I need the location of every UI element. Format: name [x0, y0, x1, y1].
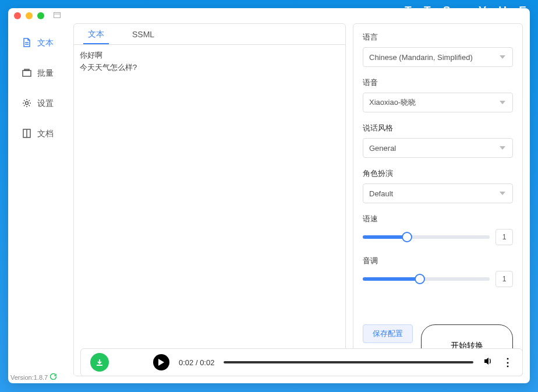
app-window: 文本 批量 设置 文档 文本 SSML	[8, 8, 530, 383]
label-speed: 语速	[363, 214, 513, 224]
sidebar-item-label: 批量	[37, 68, 54, 79]
field-speed: 语速 1	[363, 214, 513, 245]
main-content: 文本 批量 设置 文档 文本 SSML	[8, 23, 530, 383]
label-role: 角色扮演	[363, 168, 513, 179]
sidebar-item-label: 文本	[37, 38, 54, 48]
svg-marker-7	[158, 359, 164, 366]
label-style: 说话风格	[363, 123, 513, 133]
select-role[interactable]: Default	[363, 183, 513, 203]
refresh-icon[interactable]	[50, 373, 56, 381]
gear-icon	[22, 98, 31, 110]
field-role: 角色扮演 Default	[363, 168, 513, 203]
tab-text[interactable]: 文本	[74, 24, 118, 44]
slider-pitch-value: 1	[495, 271, 513, 287]
slider-speed-fill	[363, 235, 407, 239]
tabs: 文本 SSML	[74, 24, 345, 45]
document-icon	[22, 38, 31, 49]
field-voice: 语音 Xiaoxiao-晓晓	[363, 77, 513, 112]
titlebar	[8, 8, 530, 23]
sidebar-item-batch[interactable]: 批量	[8, 62, 73, 85]
sidebar-item-text[interactable]: 文本	[8, 31, 73, 55]
settings-panel: 语言 Chinese (Mandarin, Simplified) 语音 Xia…	[353, 23, 523, 376]
select-style[interactable]: General	[363, 138, 513, 158]
folder-icon	[22, 68, 31, 79]
version-text: Version:1.8.7	[10, 374, 48, 381]
more-icon[interactable]: ⋮	[502, 356, 513, 369]
sidebar: 文本 批量 设置 文档	[8, 23, 73, 376]
slider-pitch-row: 1	[363, 271, 513, 287]
close-button[interactable]	[14, 12, 21, 19]
audio-time: 0:02 / 0:02	[179, 358, 214, 367]
field-pitch: 音调 1	[363, 256, 513, 287]
center-right: 文本 SSML 语言 Chinese (Mandarin, Simplified…	[73, 23, 523, 376]
maximize-button[interactable]	[37, 12, 44, 19]
svg-rect-3	[24, 69, 29, 70]
svg-point-4	[26, 101, 29, 104]
volume-icon[interactable]	[483, 356, 493, 369]
version-label: Version:1.8.7	[10, 373, 56, 381]
slider-speed[interactable]	[363, 235, 490, 239]
select-language[interactable]: Chinese (Mandarin, Simplified)	[363, 47, 513, 67]
tab-ssml[interactable]: SSML	[118, 24, 168, 44]
field-style: 说话风格 General	[363, 123, 513, 158]
sidebar-item-docs[interactable]: 文档	[8, 122, 73, 146]
slider-pitch-fill	[363, 277, 420, 281]
slider-speed-row: 1	[363, 229, 513, 245]
sidebar-item-label: 设置	[37, 98, 54, 109]
play-button[interactable]	[153, 354, 169, 370]
sidebar-item-label: 文档	[37, 129, 54, 139]
slider-pitch-thumb[interactable]	[415, 274, 425, 284]
slider-speed-value: 1	[495, 229, 513, 245]
label-voice: 语音	[363, 77, 513, 88]
label-pitch: 音调	[363, 256, 513, 266]
slider-pitch[interactable]	[363, 277, 490, 281]
select-voice[interactable]: Xiaoxiao-晓晓	[363, 93, 513, 112]
save-config-button[interactable]: 保存配置	[363, 324, 413, 343]
audio-player: 0:02 / 0:02 ⋮	[80, 348, 523, 376]
download-button[interactable]	[90, 353, 109, 372]
audio-progress[interactable]	[224, 361, 473, 363]
svg-rect-0	[54, 13, 61, 18]
window-icon	[54, 12, 61, 19]
text-input[interactable]	[74, 45, 345, 376]
label-language: 语言	[363, 32, 513, 43]
book-icon	[22, 129, 31, 140]
minimize-button[interactable]	[26, 12, 33, 19]
svg-rect-2	[23, 70, 31, 76]
sidebar-item-settings[interactable]: 设置	[8, 92, 73, 115]
center-panel: 文本 SSML	[73, 23, 346, 376]
field-language: 语言 Chinese (Mandarin, Simplified)	[363, 32, 513, 67]
slider-speed-thumb[interactable]	[402, 232, 412, 242]
